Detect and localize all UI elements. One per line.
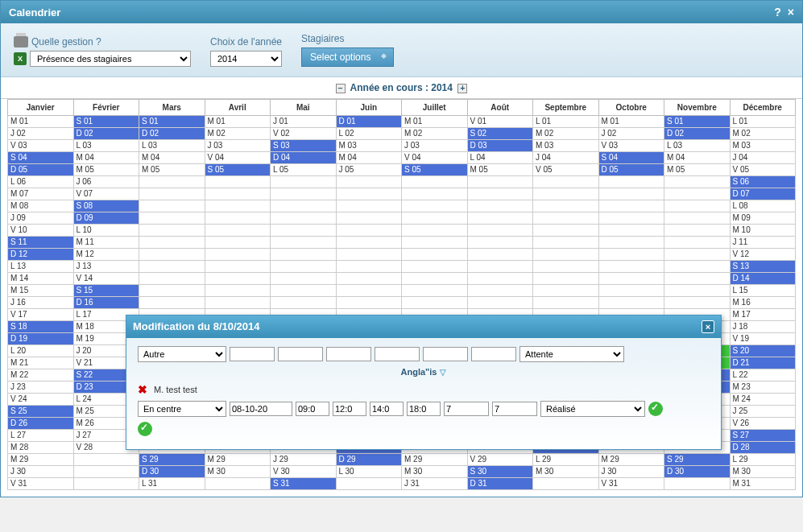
calendar-cell[interactable]: S 05 [205,164,271,176]
calendar-cell[interactable]: M 23 [730,381,796,394]
calendar-cell[interactable] [598,261,664,273]
calendar-cell[interactable]: L 03 [139,140,205,152]
row-confirm-icon[interactable] [648,402,663,416]
calendar-cell[interactable]: J 09 [8,212,74,225]
calendar-cell[interactable]: D 12 [8,249,74,261]
calendar-cell[interactable] [205,188,271,200]
calendar-cell[interactable]: M 21 [8,357,74,369]
calendar-cell[interactable]: S 29 [664,454,731,466]
calendar-cell[interactable]: S 01 [664,116,731,128]
calendar-cell[interactable]: V 24 [8,394,74,406]
calendar-cell[interactable]: M 29 [205,454,271,466]
year-prev-icon[interactable]: − [336,84,346,93]
calendar-cell[interactable] [533,261,599,273]
calendar-cell[interactable] [336,188,402,200]
calendar-cell[interactable] [598,249,664,261]
calendar-cell[interactable]: M 29 [598,454,664,466]
calendar-cell[interactable] [402,297,468,309]
calendar-cell[interactable]: S 31 [271,478,337,490]
calendar-cell[interactable]: M 03 [336,140,402,152]
calendar-cell[interactable]: M 05 [139,164,205,176]
calendar-cell[interactable]: V 12 [730,249,796,261]
calendar-cell[interactable]: S 01 [73,116,139,128]
calendar-cell[interactable]: V 03 [8,140,74,152]
calendar-cell[interactable]: S 04 [8,152,74,164]
calendar-cell[interactable] [664,225,731,237]
calendar-cell[interactable]: S 29 [139,454,205,466]
calendar-cell[interactable]: L 04 [467,152,533,164]
calendar-cell[interactable] [139,237,205,249]
calendar-cell[interactable] [205,297,271,309]
calendar-cell[interactable]: V 30 [271,466,337,478]
calendar-cell[interactable]: L 03 [73,140,139,152]
calendar-cell[interactable] [402,237,468,249]
calendar-cell[interactable]: J 03 [205,140,271,152]
calendar-cell[interactable] [73,454,139,466]
printer-icon[interactable] [14,36,28,47]
calendar-cell[interactable]: M 28 [8,442,74,454]
calendar-cell[interactable] [533,188,599,200]
calendar-cell[interactable] [205,212,271,225]
row2-date[interactable] [230,402,292,416]
calendar-cell[interactable]: M 30 [533,466,599,478]
calendar-cell[interactable]: J 30 [598,466,664,478]
calendar-cell[interactable]: D 28 [730,442,796,454]
calendar-cell[interactable]: D 03 [467,140,533,152]
calendar-cell[interactable] [598,176,664,188]
close-icon[interactable]: × [788,6,794,19]
calendar-cell[interactable]: M 11 [73,237,139,249]
calendar-cell[interactable] [271,273,337,285]
calendar-cell[interactable]: V 04 [205,152,271,164]
calendar-cell[interactable] [139,176,205,188]
calendar-cell[interactable]: J 06 [73,176,139,188]
calendar-cell[interactable] [533,200,599,212]
calendar-cell[interactable]: M 01 [8,116,74,128]
calendar-cell[interactable] [73,478,139,490]
calendar-cell[interactable]: D 05 [8,164,74,176]
calendar-cell[interactable]: M 02 [402,128,468,140]
calendar-cell[interactable]: S 30 [467,466,533,478]
calendar-cell[interactable]: V 05 [533,164,599,176]
calendar-cell[interactable] [139,200,205,212]
calendar-cell[interactable] [664,273,731,285]
calendar-cell[interactable]: D 14 [730,273,796,285]
calendar-cell[interactable]: M 05 [467,164,533,176]
calendar-cell[interactable] [598,297,664,309]
row2-t4[interactable] [407,402,441,416]
calendar-cell[interactable]: J 04 [730,152,796,164]
calendar-cell[interactable]: S 15 [73,285,139,297]
calendar-cell[interactable] [533,249,599,261]
calendar-cell[interactable]: J 02 [8,128,74,140]
calendar-cell[interactable] [205,478,271,490]
calendar-cell[interactable] [467,273,533,285]
calendar-cell[interactable]: L 31 [139,478,205,490]
calendar-cell[interactable]: L 03 [664,140,731,152]
calendar-cell[interactable]: J 02 [598,128,664,140]
calendar-cell[interactable]: D 16 [73,297,139,309]
calendar-cell[interactable]: V 31 [8,478,74,490]
calendar-cell[interactable] [139,297,205,309]
calendar-cell[interactable]: L 30 [336,466,402,478]
chevron-down-icon[interactable]: ▽ [440,368,446,377]
calendar-cell[interactable] [467,249,533,261]
calendar-cell[interactable] [533,273,599,285]
calendar-cell[interactable] [664,478,731,490]
row1-status-select[interactable]: Attente [519,346,624,362]
calendar-cell[interactable] [467,225,533,237]
calendar-cell[interactable] [664,176,731,188]
calendar-cell[interactable]: M 29 [402,454,468,466]
calendar-cell[interactable] [664,212,731,225]
calendar-cell[interactable]: M 03 [730,140,796,152]
calendar-cell[interactable]: S 03 [271,140,337,152]
calendar-cell[interactable]: M 09 [730,212,796,225]
calendar-cell[interactable] [271,237,337,249]
calendar-cell[interactable]: L 08 [730,200,796,212]
calendar-cell[interactable]: M 29 [8,454,74,466]
calendar-cell[interactable] [271,176,337,188]
calendar-cell[interactable]: L 22 [730,369,796,381]
calendar-cell[interactable]: S 18 [8,321,74,333]
calendar-cell[interactable] [598,225,664,237]
calendar-cell[interactable]: D 05 [598,164,664,176]
calendar-cell[interactable] [271,297,337,309]
calendar-cell[interactable] [533,478,599,490]
